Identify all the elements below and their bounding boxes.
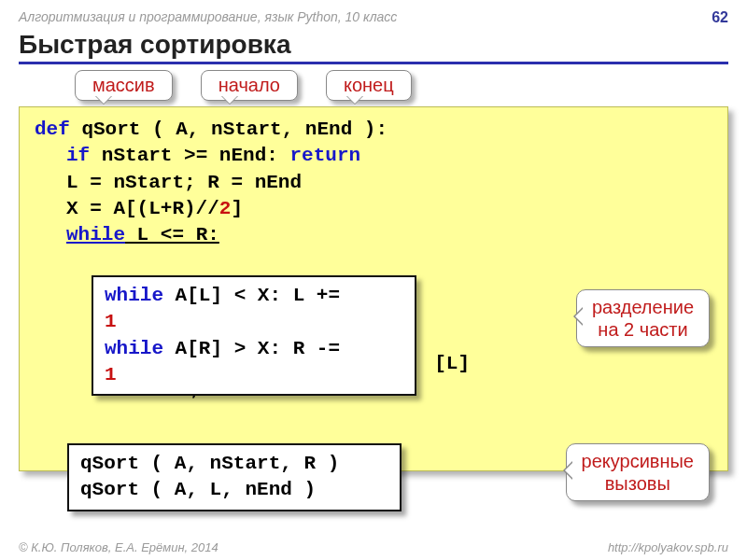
code-line-5: L <= R:	[125, 224, 219, 245]
inner-code-partition: while A[L] < X: L += 1 while A[R] > X: R…	[92, 275, 416, 396]
code-line-3: L = nStart; R = nEnd	[35, 170, 712, 196]
inner-code-recursion: qSort ( A, nStart, R ) qSort ( A, L, nEn…	[67, 443, 402, 511]
kw-while-2: while	[105, 338, 163, 359]
inner1-l1b: A[L] < X: L +=	[163, 285, 340, 306]
inner2-l1: qSort ( A, nStart, R )	[80, 451, 388, 477]
kw-def: def	[35, 119, 70, 140]
inner1-n1: 1	[105, 311, 117, 332]
inner2-l2: qSort ( A, L, nEnd )	[80, 477, 388, 503]
note-partition-2: на 2 части	[592, 318, 694, 341]
kw-if: if	[66, 145, 90, 166]
code-line-4a: X = A[(L+R)//	[66, 198, 219, 219]
footer: © К.Ю. Поляков, Е.А. Ерёмин, 2014 http:/…	[19, 540, 728, 554]
kw-while: while	[66, 224, 125, 245]
code-line-4c: ]	[231, 198, 243, 219]
code-line-2: nStart >= nEnd:	[90, 145, 289, 166]
page-number: 62	[712, 9, 728, 26]
label-start: начало	[201, 70, 298, 101]
label-array: массив	[75, 70, 173, 101]
footer-left: © К.Ю. Поляков, Е.А. Ерёмин, 2014	[19, 540, 218, 554]
kw-while-1: while	[105, 285, 163, 306]
footer-right: http://kpolyakov.spb.ru	[608, 540, 728, 554]
num-2: 2	[219, 198, 232, 219]
label-end: конец	[326, 70, 412, 101]
kw-return: return	[289, 145, 360, 166]
header: Алгоритмизация и программирование, язык …	[0, 0, 747, 30]
code-line-1: qSort ( A, nStart, nEnd ):	[70, 119, 388, 140]
inner1-l2b: A[R] > X: R -=	[163, 338, 340, 359]
slide-title: Быстрая сортировка	[19, 30, 728, 64]
note-recursion: рекурсивные вызовы	[566, 443, 710, 501]
note-recursion-2: вызовы	[582, 472, 694, 495]
inner1-n2: 1	[105, 364, 117, 385]
param-labels: массив начало конец	[75, 70, 728, 101]
header-text: Алгоритмизация и программирование, язык …	[19, 9, 397, 26]
note-recursion-1: рекурсивные	[582, 450, 694, 472]
note-partition: разделение на 2 части	[576, 289, 710, 347]
note-partition-1: разделение	[592, 296, 694, 318]
stage: массив начало конец def qSort ( A, nStar…	[19, 70, 728, 471]
